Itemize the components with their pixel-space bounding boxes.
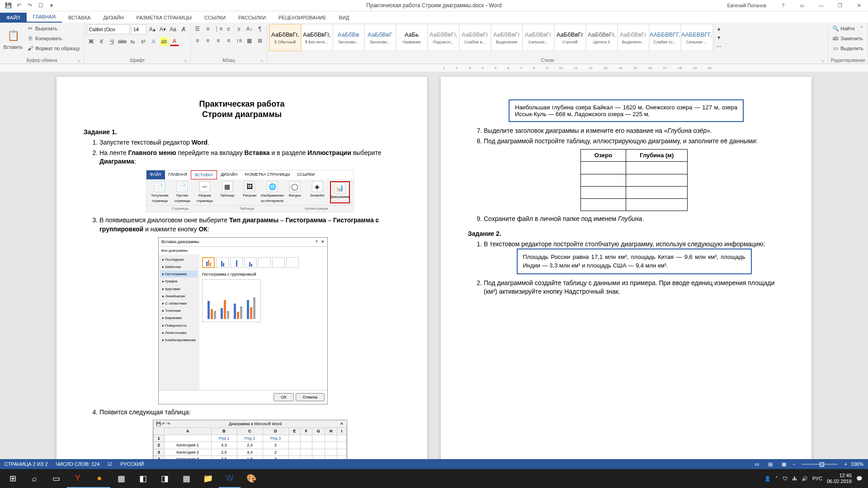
tab-insert[interactable]: ВСТАВКА	[62, 13, 97, 23]
numbering-icon[interactable]: ≡	[203, 24, 212, 33]
style-item[interactable]: АаБбВвГгВыделенн...	[618, 24, 649, 51]
web-layout-icon[interactable]: ▦	[779, 460, 789, 468]
style-item[interactable]: АаБбВвГгСлабое в...	[459, 24, 491, 51]
style-item[interactable]: АаБбВвГЗаголово...	[364, 24, 396, 51]
borders-icon[interactable]: ⊞	[255, 36, 264, 45]
undo-icon[interactable]: ↶	[15, 2, 23, 9]
app-icon-1[interactable]: ◧	[132, 469, 154, 488]
calendar-icon[interactable]: ▦	[175, 469, 197, 488]
multilevel-icon[interactable]: ⋮≡	[214, 24, 223, 33]
copy-button[interactable]: ⎘Копировать	[25, 34, 82, 43]
style-item[interactable]: АаБбВвЗаголово...	[333, 24, 364, 51]
print-layout-icon[interactable]: ▤	[765, 460, 775, 468]
redo-icon[interactable]: ↷	[26, 2, 33, 9]
style-item[interactable]: АаБьНазвание	[396, 24, 428, 51]
tray-people-icon[interactable]: 👤	[764, 476, 771, 482]
justify-icon[interactable]: ≡	[224, 36, 233, 45]
page-indicator[interactable]: СТРАНИЦА 2 ИЗ 2	[5, 461, 48, 467]
horizontal-ruler[interactable]: 1234567891011121314151617181920	[0, 64, 868, 72]
tab-mailings[interactable]: РАССЫЛКИ	[232, 13, 272, 23]
zoom-level[interactable]: 100%	[851, 461, 863, 467]
replace-button[interactable]: abЗаменить	[830, 34, 865, 43]
change-case-icon[interactable]: Aa	[169, 25, 178, 34]
increase-indent-icon[interactable]: ≥	[235, 24, 244, 33]
tab-home[interactable]: ГЛАВНАЯ	[27, 12, 62, 23]
search-icon[interactable]: ⌕	[24, 469, 45, 488]
highlight-icon[interactable]: ab	[160, 37, 169, 46]
text-effects-icon[interactable]: A	[149, 37, 158, 46]
tray-language[interactable]: РУС	[812, 476, 822, 481]
task-view-icon[interactable]: ▭	[45, 469, 67, 488]
zoom-out-icon[interactable]: −	[793, 461, 795, 467]
expand-icon[interactable]: ⤡	[260, 59, 264, 63]
read-mode-icon[interactable]: ▭	[752, 460, 762, 468]
tray-up-icon[interactable]: ˄	[775, 476, 778, 482]
style-item[interactable]: АаБбВвГг,¶ Без инте...	[301, 24, 333, 51]
styles-more-icon[interactable]: ⋯	[714, 42, 723, 51]
word-count[interactable]: ЧИСЛО СЛОВ: 124	[56, 461, 100, 467]
style-item[interactable]: ААББВВГГ,Слабая сс...	[649, 24, 681, 51]
font-color-icon[interactable]: A	[170, 37, 179, 46]
page-1[interactable]: Практическая работа Строим диаграммы Зад…	[57, 77, 427, 469]
styles-down-icon[interactable]: ▾	[714, 33, 723, 42]
proofing-icon[interactable]: ☑	[108, 461, 112, 467]
customize-qat-icon[interactable]: ▾	[48, 2, 55, 9]
show-marks-icon[interactable]: ¶	[255, 24, 264, 33]
paint-icon[interactable]: 🎨	[241, 469, 262, 488]
firefox-icon[interactable]: ●	[89, 469, 110, 488]
grow-font-icon[interactable]: A▴	[148, 25, 157, 34]
expand-icon[interactable]: ⤡	[184, 59, 187, 63]
document-area[interactable]: Практическая работа Строим диаграммы Зад…	[0, 72, 868, 469]
tab-design[interactable]: ДИЗАЙН	[97, 13, 130, 23]
tray-clock[interactable]: 12:4506.02.2018	[827, 473, 852, 484]
zoom-slider[interactable]	[802, 464, 838, 465]
italic-button[interactable]: К	[97, 37, 106, 46]
strike-button[interactable]: abc	[118, 37, 127, 46]
minimize-icon[interactable]: —	[814, 1, 828, 10]
align-left-icon[interactable]: ≡	[193, 36, 202, 45]
touch-mode-icon[interactable]: ☐	[37, 2, 44, 9]
style-item[interactable]: АаБбВвГг,Цитата 2	[586, 24, 618, 51]
underline-button[interactable]: Ч	[108, 37, 117, 46]
ribbon-options-icon[interactable]: ▭	[795, 1, 809, 10]
app-icon-2[interactable]: ◨	[154, 469, 175, 488]
font-size-input[interactable]	[131, 24, 146, 34]
collapse-ribbon-icon[interactable]: ˄	[857, 24, 866, 33]
tab-view[interactable]: ВИД	[333, 13, 356, 23]
shading-icon[interactable]: ▦	[245, 36, 254, 45]
user-name[interactable]: Евгений Поганов	[727, 3, 766, 8]
calculator-icon[interactable]: ▦	[110, 469, 132, 488]
style-item[interactable]: АаБбВвГгСтрогий	[554, 24, 586, 51]
styles-gallery[interactable]: АаБбВвГг,¶ ОбычныйАаБбВвГг,¶ Без инте...…	[269, 24, 712, 51]
help-icon[interactable]: ?	[776, 1, 790, 10]
clear-format-icon[interactable]: A̸	[179, 25, 188, 34]
style-item[interactable]: АаБбВвГг,¶ Обычный	[269, 24, 301, 51]
decrease-indent-icon[interactable]: ≤	[224, 24, 233, 33]
style-item[interactable]: АаБбВвГгВыделение	[491, 24, 523, 51]
maximize-icon[interactable]: ❐	[833, 1, 847, 10]
style-item[interactable]: АаБбВвГг,Подзагол...	[428, 24, 459, 51]
cut-button[interactable]: ✂Вырезать	[25, 24, 82, 33]
tray-defender-icon[interactable]: 🛡	[783, 476, 788, 481]
yandex-icon[interactable]: Y	[67, 469, 89, 488]
select-button[interactable]: ▭Выделить	[830, 44, 865, 53]
superscript-button[interactable]: x²	[139, 37, 148, 46]
font-name-input[interactable]	[87, 24, 130, 34]
page-2[interactable]: Наибольшая глубина озера Байкал — 1620 м…	[441, 77, 811, 469]
bullets-icon[interactable]: ☰	[193, 24, 202, 33]
line-spacing-icon[interactable]: ↕≡	[235, 36, 244, 45]
save-icon[interactable]: 💾	[5, 2, 12, 9]
align-right-icon[interactable]: ≡	[214, 36, 223, 45]
tab-review[interactable]: РЕЦЕНЗИРОВАНИЕ	[272, 13, 333, 23]
close-icon[interactable]: ✕	[852, 1, 866, 10]
paste-button[interactable]: 📋 Вставить	[2, 24, 24, 54]
sort-icon[interactable]: A↓	[245, 24, 254, 33]
styles-up-icon[interactable]: ▴	[714, 24, 723, 33]
tray-notifications-icon[interactable]: 💬	[856, 476, 863, 482]
format-painter-button[interactable]: 🖌Формат по образцу	[25, 44, 82, 53]
explorer-icon[interactable]: 📁	[197, 469, 219, 488]
tab-layout[interactable]: РАЗМЕТКА СТРАНИЦЫ	[130, 13, 198, 23]
align-center-icon[interactable]: ≡	[203, 36, 212, 45]
subscript-button[interactable]: x₂	[128, 37, 137, 46]
tray-volume-icon[interactable]: 🔊	[802, 476, 808, 482]
